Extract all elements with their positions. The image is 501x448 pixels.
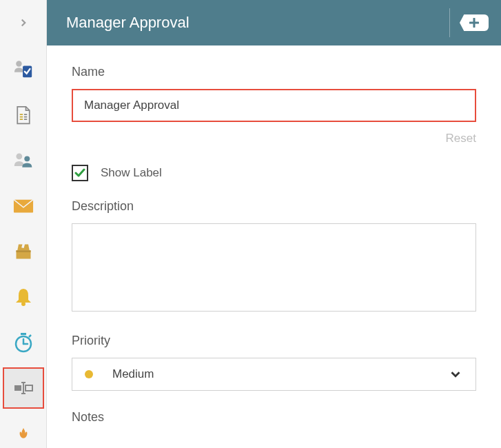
approval-icon <box>13 59 34 80</box>
chevron-down-icon <box>448 367 463 382</box>
svg-rect-4 <box>19 119 22 120</box>
sidebar-item-approval[interactable] <box>4 50 43 89</box>
svg-point-8 <box>16 153 22 159</box>
priority-selected: Medium <box>85 367 154 381</box>
name-label: Name <box>72 65 476 79</box>
show-label-text: Show Label <box>101 166 162 180</box>
description-field-block: Description <box>72 199 476 314</box>
sidebar-item-users[interactable] <box>4 141 43 180</box>
svg-rect-13 <box>16 250 30 252</box>
svg-point-14 <box>21 302 25 306</box>
priority-select[interactable]: Medium <box>72 358 476 391</box>
svg-rect-7 <box>23 119 26 120</box>
users-icon <box>13 151 34 170</box>
show-label-row: Show Label <box>72 165 476 181</box>
svg-point-0 <box>16 61 21 66</box>
timer-icon <box>14 332 33 353</box>
page-title: Manager Approval <box>66 14 190 32</box>
svg-rect-5 <box>23 114 26 115</box>
svg-point-9 <box>24 156 30 161</box>
priority-value: Medium <box>112 367 154 381</box>
main-panel: Manager Approval Name Reset Show Label D… <box>47 0 501 448</box>
bell-icon <box>14 287 32 307</box>
priority-label: Priority <box>72 334 476 348</box>
check-icon <box>74 167 86 179</box>
plus-icon <box>469 18 479 28</box>
form-content: Name Reset Show Label Description Priori… <box>47 45 501 448</box>
chevron-right-icon <box>17 17 30 29</box>
sidebar-item-mail[interactable] <box>4 187 43 225</box>
priority-field-block: Priority Medium <box>72 334 476 391</box>
name-field-block: Name Reset <box>72 65 476 145</box>
description-label: Description <box>72 199 476 214</box>
svg-rect-24 <box>25 385 32 391</box>
header: Manager Approval <box>47 0 501 45</box>
name-input[interactable] <box>72 89 476 122</box>
sidebar-item-ballot[interactable] <box>4 232 43 271</box>
header-actions <box>449 0 489 45</box>
header-divider <box>449 8 450 37</box>
svg-rect-2 <box>19 114 22 115</box>
show-label-checkbox[interactable] <box>72 165 88 181</box>
flame-icon <box>16 428 31 439</box>
tag-add-button[interactable] <box>460 14 489 31</box>
sidebar <box>0 0 47 448</box>
notes-label: Notes <box>72 410 476 425</box>
reset-link[interactable]: Reset <box>72 132 476 145</box>
sidebar-item-input[interactable] <box>4 369 43 407</box>
svg-rect-16 <box>21 333 26 335</box>
sidebar-item-bell[interactable] <box>4 278 43 316</box>
mail-icon <box>13 198 34 214</box>
svg-rect-20 <box>14 385 21 391</box>
input-icon <box>13 381 34 395</box>
sidebar-toggle[interactable] <box>0 6 47 40</box>
sidebar-item-timer[interactable] <box>4 323 43 362</box>
document-icon <box>14 105 33 125</box>
sidebar-item-document[interactable] <box>4 96 43 134</box>
ballot-icon <box>14 242 33 261</box>
svg-rect-6 <box>23 116 26 118</box>
svg-rect-3 <box>19 116 22 118</box>
svg-line-17 <box>29 335 31 337</box>
description-input[interactable] <box>72 223 476 312</box>
priority-dot-medium <box>85 370 93 378</box>
sidebar-item-flame[interactable] <box>4 414 43 448</box>
